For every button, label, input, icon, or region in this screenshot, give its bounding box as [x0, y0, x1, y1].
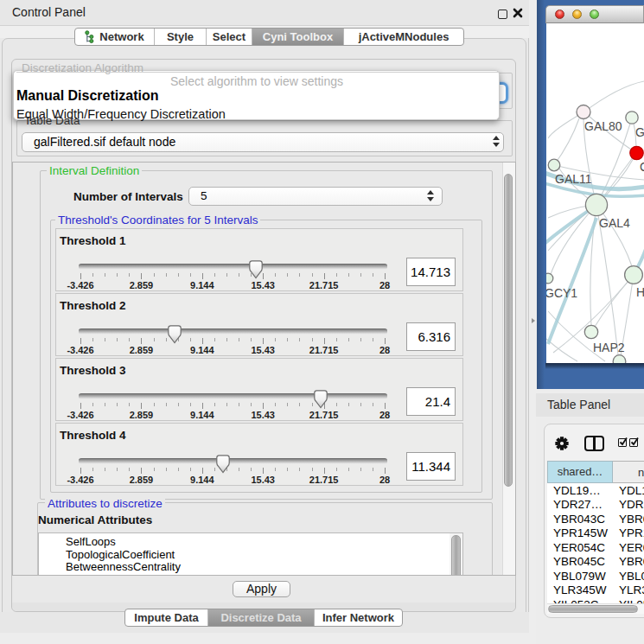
svg-text:GAL4: GAL4 [599, 216, 630, 230]
svg-text:H: H [636, 285, 644, 299]
svg-text:GAL80: GAL80 [584, 119, 622, 133]
svg-text:GCY1: GCY1 [546, 286, 577, 300]
svg-text:GAL11: GAL11 [555, 172, 592, 186]
svg-text:HAP2: HAP2 [593, 341, 625, 354]
svg-text:C: C [640, 160, 644, 174]
svg-text:GA: GA [635, 125, 644, 139]
